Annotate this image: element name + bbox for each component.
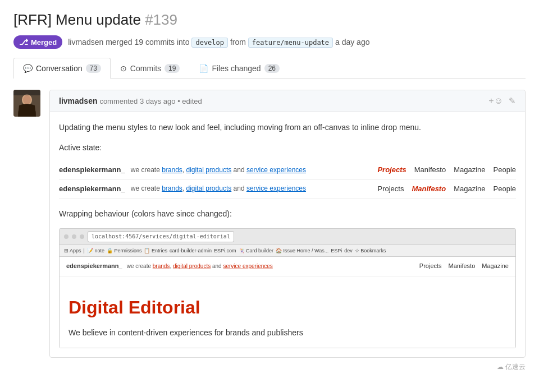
brand-icon: ☁ bbox=[497, 363, 504, 371]
tab-conversation-count: 73 bbox=[86, 64, 101, 73]
comment-header: livmadsen commented 3 days ago • edited … bbox=[50, 90, 525, 112]
tab-conversation-label: Conversation bbox=[36, 64, 83, 73]
screenshot-mini-left: edenspiekermann_ we create brands, digit… bbox=[66, 261, 273, 271]
toolbar-bookmarks: ☆ Bookmarks bbox=[355, 247, 386, 255]
menu-nav-2: Projects Manifesto Magazine People bbox=[378, 183, 517, 195]
menu-tagline-1: we create brands, digital products and s… bbox=[131, 165, 306, 176]
screenshot-menu: Projects Manifesto Magazine bbox=[419, 261, 509, 271]
add-reaction-button[interactable]: +☺ bbox=[488, 96, 503, 106]
nav-manifesto-1: Manifesto bbox=[414, 164, 446, 176]
avatar-col bbox=[13, 90, 40, 117]
screenshot-embed: localhost:4567/services/digital-editoria… bbox=[59, 228, 516, 349]
tab-files-count: 26 bbox=[264, 64, 280, 73]
link-digital-2[interactable]: digital products bbox=[186, 185, 232, 192]
comment-box: livmadsen commented 3 days ago • edited … bbox=[49, 90, 526, 358]
link-brands-ss[interactable]: brands bbox=[153, 263, 170, 269]
nav-projects-active: Projects bbox=[377, 164, 406, 176]
screenshot-mini-nav: edenspiekermann_ we create brands, digit… bbox=[60, 257, 515, 276]
comment-header-meta: livmadsen commented 3 days ago • edited bbox=[59, 96, 202, 105]
ss-nav-projects: Projects bbox=[419, 261, 442, 271]
nav-magazine-2: Magazine bbox=[454, 183, 485, 195]
merge-icon: ⎇ bbox=[19, 38, 28, 47]
bottom-branding: ☁ 亿速云 bbox=[13, 358, 526, 372]
link-service-2[interactable]: service experiences bbox=[246, 185, 306, 192]
browser-dot-2 bbox=[72, 234, 76, 239]
toolbar-dev: dev bbox=[344, 247, 353, 255]
browser-dot-3 bbox=[80, 234, 84, 239]
commits-icon: ⊙ bbox=[120, 64, 127, 73]
tab-commits-label: Commits bbox=[130, 64, 161, 73]
tabs-bar: 💬 Conversation 73 ⊙ Commits 19 📄 Files c… bbox=[13, 58, 526, 79]
link-digital-1[interactable]: digital products bbox=[186, 166, 232, 174]
brand-text: 亿速云 bbox=[505, 363, 526, 371]
page-title: [RFR] Menu update #139 bbox=[13, 11, 526, 29]
screenshot-brand: edenspiekermann_ bbox=[66, 261, 122, 271]
active-state-label: Active state: bbox=[59, 141, 516, 154]
edit-comment-button[interactable]: ✎ bbox=[509, 96, 516, 106]
nav-people-2: People bbox=[494, 183, 516, 195]
pr-title-text: [RFR] Menu update bbox=[13, 11, 141, 28]
tab-commits-count: 19 bbox=[165, 64, 180, 73]
brand-name-1: edenspiekermann_ bbox=[59, 164, 125, 176]
comment-intro: Updating the menu styles to new look and… bbox=[59, 121, 516, 133]
nav-projects-2: Projects bbox=[378, 183, 404, 195]
ss-nav-magazine: Magazine bbox=[482, 261, 509, 271]
screenshot-hero: Digital Editorial We believe in content-… bbox=[60, 276, 515, 348]
tab-files-changed[interactable]: 📄 Files changed 26 bbox=[189, 58, 289, 79]
toolbar-issue: 🏠 Issue Home / Was... bbox=[276, 247, 328, 255]
ss-nav-manifesto: Manifesto bbox=[449, 261, 476, 271]
menu-left-1: edenspiekermann_ we create brands, digit… bbox=[59, 164, 306, 176]
avatar bbox=[13, 90, 40, 117]
comment-body: Updating the menu styles to new look and… bbox=[50, 112, 525, 357]
tab-files-label: Files changed bbox=[212, 64, 261, 73]
content-area: livmadsen commented 3 days ago • edited … bbox=[13, 90, 526, 358]
screenshot-tagline: we create brands, digital products and s… bbox=[127, 262, 273, 271]
toolbar-note: 📝 note bbox=[87, 247, 104, 255]
screenshot-hero-sub: We believe in content-driven experiences… bbox=[68, 326, 506, 339]
brand-name-2: edenspiekermann_ bbox=[59, 183, 125, 195]
menu-left-2: edenspiekermann_ we create brands, digit… bbox=[59, 183, 306, 195]
browser-url[interactable]: localhost:4567/services/digital-editoria… bbox=[88, 231, 234, 242]
toolbar-apps: ⊞ Apps bbox=[64, 247, 81, 255]
menu-preview-row-2: edenspiekermann_ we create brands, digit… bbox=[59, 180, 516, 199]
pr-number: #139 bbox=[145, 11, 177, 28]
browser-bar: localhost:4567/services/digital-editoria… bbox=[60, 229, 515, 245]
head-branch-tag[interactable]: feature/menu-update bbox=[248, 38, 333, 48]
toolbar-permissions: 🔒 Permissions bbox=[107, 247, 142, 255]
conversation-icon: 💬 bbox=[23, 64, 33, 73]
comment-header-actions: +☺ ✎ bbox=[488, 96, 516, 106]
link-service-1[interactable]: service experiences bbox=[246, 166, 306, 174]
nav-magazine-1: Magazine bbox=[454, 164, 485, 176]
link-digital-ss[interactable]: digital products bbox=[173, 263, 211, 269]
wrapping-label: Wrapping behaviour (colors have since ch… bbox=[59, 207, 516, 220]
link-brands-2[interactable]: brands bbox=[162, 185, 182, 192]
toolbar-card: 🃏 Card builder bbox=[239, 247, 274, 255]
menu-preview-row-1: edenspiekermann_ we create brands, digit… bbox=[59, 161, 516, 180]
link-service-ss[interactable]: service experiences bbox=[223, 263, 272, 269]
screenshot-hero-title: Digital Editorial bbox=[68, 293, 506, 322]
nav-manifesto-active: Manifesto bbox=[412, 183, 446, 195]
link-brands-1[interactable]: brands bbox=[162, 166, 182, 174]
nav-people-1: People bbox=[494, 164, 516, 176]
toolbar-card-builder: card-builder-admin bbox=[170, 247, 212, 255]
tab-commits[interactable]: ⊙ Commits 19 bbox=[111, 58, 190, 79]
menu-nav-1: Projects Manifesto Magazine People bbox=[377, 164, 516, 176]
menu-tagline-2: we create brands, digital products and s… bbox=[131, 183, 306, 194]
screenshot-content: edenspiekermann_ we create brands, digit… bbox=[60, 257, 515, 348]
tab-conversation[interactable]: 💬 Conversation 73 bbox=[13, 58, 111, 79]
files-icon: 📄 bbox=[199, 64, 208, 73]
comment-meta: commented 3 days ago • edited bbox=[99, 97, 202, 105]
base-branch-tag[interactable]: develop bbox=[191, 38, 228, 48]
browser-dot-1 bbox=[64, 234, 68, 239]
toolbar-espi: ESPi.com bbox=[214, 247, 236, 255]
merged-label: Merged bbox=[31, 38, 57, 47]
comment-author[interactable]: livmadsen bbox=[59, 96, 97, 105]
toolbar-separator: | bbox=[84, 247, 85, 255]
merged-badge: ⎇ Merged bbox=[13, 35, 62, 49]
pr-meta: ⎇ Merged livmadsen merged 19 commits int… bbox=[13, 35, 526, 49]
screenshot-toolbar: ⊞ Apps | 📝 note 🔒 Permissions 📋 Entries … bbox=[60, 245, 515, 257]
toolbar-entries: 📋 Entries bbox=[144, 247, 167, 255]
merge-description: livmadsen merged 19 commits into develop… bbox=[68, 38, 369, 47]
toolbar-espi2: ESPi bbox=[331, 247, 342, 255]
svg-point-3 bbox=[23, 95, 31, 104]
